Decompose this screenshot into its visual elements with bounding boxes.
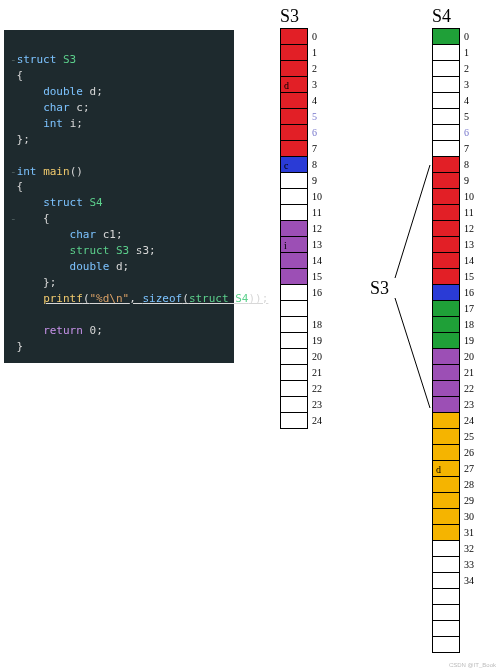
byte-index-label: 18 [464,319,474,330]
byte-field-label: d [436,463,441,474]
byte-index-label: 24 [312,415,322,426]
mem-byte [432,236,460,253]
mem-byte [280,412,308,429]
mem-byte [432,380,460,397]
byte-index-label: 13 [312,239,322,250]
mem-byte [432,444,460,461]
byte-index-label: 2 [312,63,317,74]
s3-memory-strip: dci [280,28,308,429]
mem-byte [432,76,460,93]
mem-byte [280,204,308,221]
mem-byte: d [280,76,308,93]
byte-index-label: 2 [464,63,469,74]
mem-byte [432,44,460,61]
byte-index-label: 19 [312,335,322,346]
watermark: CSDN @IT_Book [449,662,496,668]
mem-byte [432,316,460,333]
mem-byte [432,268,460,285]
byte-field-label: i [284,239,287,250]
mem-byte [432,556,460,573]
byte-field-label: d [284,79,289,90]
byte-index-label: 0 [464,31,469,42]
kw-struct: struct [17,53,57,66]
byte-index-label: 14 [464,255,474,266]
byte-index-label: 7 [312,143,317,154]
byte-index-label: 0 [312,31,317,42]
byte-index-label: 32 [464,543,474,554]
mem-byte [280,172,308,189]
mem-byte [280,332,308,349]
mem-byte [432,252,460,269]
mem-byte [432,348,460,365]
byte-index-label: 21 [464,367,474,378]
mem-byte [280,364,308,381]
byte-index-label: 27 [464,463,474,474]
byte-index-label: 20 [312,351,322,362]
mem-byte [432,204,460,221]
byte-index-label: 8 [464,159,469,170]
byte-index-label: 19 [464,335,474,346]
code-panel: -struct S3 { double d; char c; int i; };… [4,30,234,363]
fn-main: main [43,165,70,178]
byte-index-label: 15 [464,271,474,282]
byte-index-label: 4 [464,95,469,106]
mem-byte [432,396,460,413]
byte-index-label: 3 [464,79,469,90]
mem-byte [280,396,308,413]
mem-byte [432,300,460,317]
byte-index-label: 23 [464,399,474,410]
mem-byte [432,188,460,205]
byte-index-label: 31 [464,527,474,538]
byte-index-label: 5 [312,111,317,122]
byte-index-label: 22 [312,383,322,394]
byte-index-label: 16 [312,287,322,298]
mem-byte [280,188,308,205]
byte-index-label: 7 [464,143,469,154]
byte-index-label: 6 [464,127,469,138]
mem-byte [432,492,460,509]
mem-byte [432,364,460,381]
mem-byte [432,620,460,637]
mem-byte [280,28,308,45]
mem-byte [432,140,460,157]
byte-index-label: 4 [312,95,317,106]
byte-index-label: 23 [312,399,322,410]
byte-index-label: 9 [312,175,317,186]
byte-index-label: 30 [464,511,474,522]
mem-byte [432,156,460,173]
byte-index-label: 13 [464,239,474,250]
byte-index-label: 12 [312,223,322,234]
byte-index-label: 17 [464,303,474,314]
mem-byte [432,124,460,141]
byte-index-label: 1 [312,47,317,58]
byte-index-label: 24 [464,415,474,426]
mem-byte [432,172,460,189]
byte-index-label: 34 [464,575,474,586]
mem-byte [280,380,308,397]
s3-callout-label: S3 [370,278,389,299]
mem-byte [432,524,460,541]
mem-byte [280,108,308,125]
byte-index-label: 6 [312,127,317,138]
mem-byte [432,540,460,557]
mem-byte [432,220,460,237]
mem-byte [432,508,460,525]
byte-index-label: 11 [312,207,322,218]
byte-index-label: 21 [312,367,322,378]
mem-byte: i [280,236,308,253]
mem-byte [432,412,460,429]
type-s3: S3 [63,53,76,66]
mem-byte [432,428,460,445]
mem-byte [432,332,460,349]
byte-index-label: 28 [464,479,474,490]
mem-byte [432,60,460,77]
mem-byte [280,124,308,141]
byte-index-label: 5 [464,111,469,122]
byte-index-label: 22 [464,383,474,394]
mem-byte: c [280,156,308,173]
mem-byte [280,316,308,333]
mem-byte [432,572,460,589]
byte-index-label: 12 [464,223,474,234]
mem-byte [280,268,308,285]
type-s4: S4 [90,196,103,209]
